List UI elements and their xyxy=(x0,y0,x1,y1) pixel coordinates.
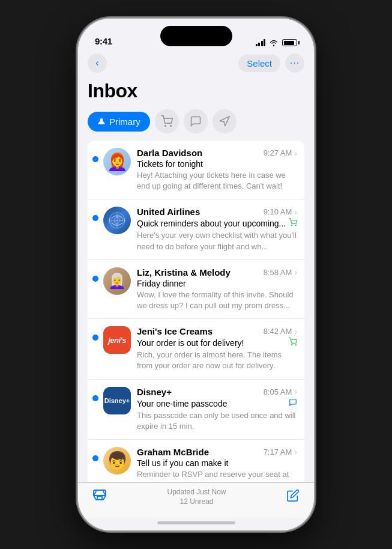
unread-dot xyxy=(92,215,98,221)
avatar-emoji: 👩‍🦰 xyxy=(107,152,128,172)
svg-point-9 xyxy=(292,225,292,226)
svg-point-11 xyxy=(292,345,292,345)
unread-dot xyxy=(92,335,98,341)
email-sender: Disney+ xyxy=(137,387,172,397)
email-subject-row: Your one-time passcode xyxy=(137,398,297,409)
person-icon xyxy=(97,117,106,126)
svg-point-12 xyxy=(295,345,296,345)
avatar-disney: Disney+ xyxy=(103,387,131,414)
battery-icon xyxy=(282,39,297,46)
email-time: 8:05 AM xyxy=(264,387,292,396)
email-time-row: 8:05 AM › xyxy=(264,387,297,396)
email-sender: Darla Davidson xyxy=(137,148,202,158)
email-header: Liz, Kristina & Melody 8:58 AM › xyxy=(137,267,297,278)
unread-dot xyxy=(92,276,98,282)
email-body: Liz, Kristina & Melody 8:58 AM › Friday … xyxy=(137,267,297,311)
page-title: Inbox xyxy=(78,77,314,109)
avatar-jenis: jeni's xyxy=(103,326,131,354)
tab-bar: Updated Just Now 12 Unread xyxy=(78,482,314,518)
email-header: Darla Davidson 9:27 AM › xyxy=(137,148,297,158)
filter-tabs: Primary xyxy=(78,109,314,141)
svg-point-1 xyxy=(164,126,166,127)
email-time: 8:58 AM xyxy=(264,268,292,277)
email-time-row: 8:58 AM › xyxy=(264,267,297,277)
email-item-3[interactable]: 👩‍🦳 Liz, Kristina & Melody 8:58 AM › Fri… xyxy=(88,260,304,319)
compose-button[interactable] xyxy=(286,489,300,505)
avatar-darla: 👩‍🦰 xyxy=(103,148,131,175)
email-sender: Graham McBride xyxy=(137,447,209,457)
jenis-logo-text: jeni's xyxy=(108,336,126,345)
status-icons xyxy=(256,39,298,46)
chevron-right-icon: › xyxy=(294,148,297,158)
message-tag-icon xyxy=(289,398,297,409)
chevron-right-icon: › xyxy=(294,267,297,277)
email-sender: Jeni's Ice Creams xyxy=(137,326,213,336)
unread-count-label: 12 Unread xyxy=(179,497,213,506)
mailbox-button[interactable] xyxy=(92,488,107,506)
main-content: Inbox Primary xyxy=(78,77,314,482)
chevron-right-icon: › xyxy=(294,327,297,336)
chevron-right-icon: › xyxy=(294,447,297,456)
avatar-united xyxy=(103,207,131,234)
email-sender: Liz, Kristina & Melody xyxy=(137,267,231,278)
email-time-row: 8:42 AM › xyxy=(264,327,297,336)
email-body: Darla Davidson 9:27 AM › Tickets for ton… xyxy=(137,148,297,192)
tab-updates[interactable] xyxy=(213,109,237,133)
email-item-5[interactable]: Disney+ Disney+ 8:05 AM › Your o xyxy=(88,380,304,440)
nav-bar: ‹ Select ··· xyxy=(78,51,314,77)
signal-bars-icon xyxy=(256,39,266,46)
email-subject: Tickets for tonight xyxy=(137,159,203,169)
shopping-tag-icon xyxy=(289,218,297,229)
avatar-emoji: 👦 xyxy=(107,450,128,470)
wifi-icon xyxy=(269,39,279,46)
megaphone-icon xyxy=(219,115,231,127)
tab-social[interactable] xyxy=(184,109,208,133)
email-subject-row: Quick reminders about your upcoming... xyxy=(137,218,297,229)
email-header: Jeni's Ice Creams 8:42 AM › xyxy=(137,326,297,336)
email-subject: Your order is out for delivery! xyxy=(137,338,244,348)
updated-label: Updated Just Now xyxy=(167,488,226,496)
mailbox-icon xyxy=(92,488,107,502)
unread-dot xyxy=(92,395,98,401)
message-bubble-icon xyxy=(190,115,202,127)
select-button[interactable]: Select xyxy=(238,55,280,72)
nav-actions: Select ··· xyxy=(238,53,304,73)
email-time-row: 9:27 AM › xyxy=(264,148,297,158)
email-item-6[interactable]: 👦 Graham McBride 7:17 AM › Tell us if yo… xyxy=(88,440,304,482)
more-dots-icon: ··· xyxy=(290,58,300,68)
tab-shopping[interactable] xyxy=(155,109,179,133)
email-subject-row: Friday dinner xyxy=(137,279,297,288)
email-sender: United Airlines xyxy=(137,207,200,217)
email-item-1[interactable]: 👩‍🦰 Darla Davidson 9:27 AM › Tickets for… xyxy=(88,141,304,199)
chevron-right-icon: › xyxy=(294,207,297,217)
email-time-row: 9:10 AM › xyxy=(264,207,297,217)
email-subject-row: Tickets for tonight xyxy=(137,159,297,169)
disney-logo-text: Disney+ xyxy=(104,397,130,404)
back-button[interactable]: ‹ xyxy=(88,53,107,73)
more-button[interactable]: ··· xyxy=(285,53,304,73)
tab-primary-label: Primary xyxy=(109,117,140,127)
shopping-tag-icon xyxy=(289,338,297,348)
email-preview: Here's your very own checklist with what… xyxy=(137,230,297,252)
email-body: Graham McBride 7:17 AM › Tell us if you … xyxy=(137,447,297,480)
email-time-row: 7:17 AM › xyxy=(264,447,297,456)
dynamic-island xyxy=(160,26,232,46)
email-item-2[interactable]: United Airlines 9:10 AM › Quick reminder… xyxy=(88,199,304,259)
svg-point-2 xyxy=(170,126,172,127)
avatar-icon xyxy=(103,207,131,234)
avatar-emoji: 👩‍🦳 xyxy=(108,273,126,290)
email-time: 9:27 AM xyxy=(264,148,292,157)
svg-point-10 xyxy=(295,225,296,226)
shopping-cart-icon xyxy=(161,115,173,127)
email-body: Jeni's Ice Creams 8:42 AM › Your order i… xyxy=(137,326,297,371)
email-subject-row: Tell us if you can make it xyxy=(137,458,297,468)
tab-bar-info: Updated Just Now 12 Unread xyxy=(167,488,226,506)
compose-icon xyxy=(286,489,300,502)
email-subject: Tell us if you can make it xyxy=(137,458,229,468)
email-header: Graham McBride 7:17 AM › xyxy=(137,447,297,457)
phone-frame: 9:41 ‹ Select xyxy=(78,19,314,530)
svg-point-0 xyxy=(100,118,103,121)
status-time: 9:41 xyxy=(95,36,112,46)
email-item-4[interactable]: jeni's Jeni's Ice Creams 8:42 AM › xyxy=(88,319,304,379)
tab-primary[interactable]: Primary xyxy=(88,112,150,132)
